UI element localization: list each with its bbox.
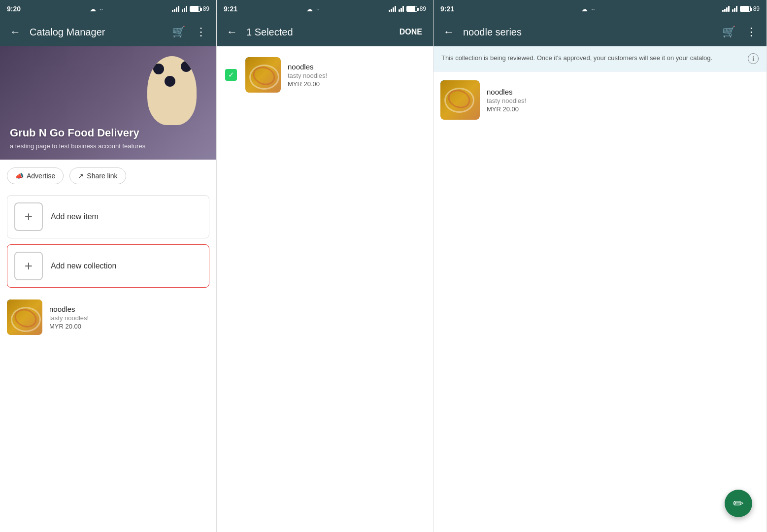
status-icons-1: 89: [172, 5, 209, 12]
battery-pct-3: 89: [753, 5, 760, 12]
product-row-1[interactable]: ⏰ noodles tasty noodles! MYR 20.00: [0, 293, 216, 342]
noodle-image-2: [245, 57, 281, 93]
checkbox-1[interactable]: ✓: [224, 67, 238, 82]
flower-2: [181, 61, 192, 72]
back-button-3[interactable]: ←: [440, 24, 457, 40]
edit-icon: ✏: [733, 496, 744, 511]
panel-catalog-manager: 9:20 ☁ ·· 89 ← Catalog Manager 🛒 ⋮: [0, 0, 217, 532]
selection-title: 1 Selected: [246, 27, 390, 38]
wifi-icon-1: [182, 6, 187, 12]
cart-button-3[interactable]: 🛒: [720, 24, 737, 40]
product-info-2: noodles tasty noodles! MYR 20.00: [288, 63, 327, 88]
product-desc-3: tasty noodles!: [487, 97, 526, 104]
app-bar-3: ← noodle series 🛒 ⋮: [434, 18, 767, 46]
status-bar-3: 9:21 ☁ ·· 89: [434, 0, 767, 18]
status-cloud-3: ☁ ··: [581, 5, 595, 13]
status-bar-1: 9:20 ☁ ·· 89: [0, 0, 216, 18]
done-button[interactable]: DONE: [396, 26, 426, 38]
add-collection-label: Add new collection: [51, 262, 116, 270]
product-price-2: MYR 20.00: [288, 80, 327, 88]
hero-subtitle: a testing page to test business account …: [10, 142, 206, 150]
hero-face: [147, 56, 197, 125]
product-desc-1: tasty noodles!: [49, 314, 89, 322]
advertise-label: Advertise: [27, 172, 55, 180]
add-item-card[interactable]: + Add new item: [7, 195, 209, 238]
signal-icon-3: [722, 6, 730, 12]
panel-noodle-series: 9:21 ☁ ·· 89 ← noodle series 🛒 ⋮: [434, 0, 767, 532]
product-thumbnail-3: ⏰: [440, 80, 480, 120]
add-item-label: Add new item: [51, 212, 99, 221]
product-name-2: noodles: [288, 63, 327, 71]
status-time-3: 9:21: [440, 5, 454, 13]
add-collection-card[interactable]: + Add new collection: [7, 244, 209, 288]
product-thumbnail-2: ⏰: [245, 57, 281, 93]
product-price-3: MYR 20.00: [487, 105, 526, 113]
status-icons-2: 89: [389, 5, 426, 12]
checkbox-checked-icon: ✓: [225, 69, 237, 81]
product-info-1: noodles tasty noodles! MYR 20.00: [49, 305, 89, 330]
battery-icon-3: [740, 6, 751, 12]
product-row-3[interactable]: ⏰ noodles tasty noodles! MYR 20.00: [434, 73, 767, 127]
add-collection-icon: +: [14, 252, 43, 280]
status-time-2: 9:21: [224, 5, 237, 13]
advertise-button[interactable]: 📣 Advertise: [7, 167, 64, 184]
cart-button-1[interactable]: 🛒: [170, 24, 187, 40]
flower-1: [153, 64, 164, 74]
battery-icon-1: [190, 6, 200, 12]
selection-item-1[interactable]: ✓ ⏰ noodles tasty noodles! MYR 20.00: [217, 50, 433, 100]
review-banner: This collection is being reviewed. Once …: [434, 46, 767, 71]
back-button-2[interactable]: ←: [224, 24, 240, 40]
share-link-button[interactable]: ↗ Share link: [69, 167, 126, 184]
review-text: This collection is being reviewed. Once …: [441, 53, 743, 63]
share-icon: ↗: [78, 172, 84, 180]
selection-list: ✓ ⏰ noodles tasty noodles! MYR 20.00: [217, 46, 433, 103]
more-button-3[interactable]: ⋮: [743, 24, 760, 40]
product-name-1: noodles: [49, 305, 89, 313]
edit-fab[interactable]: ✏: [725, 490, 752, 517]
product-name-3: noodles: [487, 88, 526, 96]
hero-banner: Grub N Go Food Delivery a testing page t…: [0, 46, 216, 160]
status-cloud-1: ☁ ··: [90, 5, 103, 13]
status-bar-2: 9:21 ☁ ·· 89: [217, 0, 433, 18]
info-icon[interactable]: ℹ: [748, 53, 759, 64]
panel-selection: 9:21 ☁ ·· 89 ← 1 Selected DONE: [217, 0, 434, 532]
add-item-icon: +: [14, 202, 43, 231]
status-cloud-2: ☁ ··: [306, 5, 320, 13]
status-time-1: 9:20: [7, 5, 21, 13]
hero-artwork: [147, 56, 201, 135]
page-title-1: Catalog Manager: [30, 27, 164, 38]
signal-icon-1: [172, 6, 179, 12]
product-price-1: MYR 20.00: [49, 323, 89, 330]
signal-icon-2: [389, 6, 396, 12]
battery-pct-1: 89: [203, 5, 209, 12]
battery-pct-2: 89: [420, 5, 426, 12]
app-bar-2: ← 1 Selected DONE: [217, 18, 433, 46]
product-desc-2: tasty noodles!: [288, 72, 327, 79]
flower-3: [165, 76, 175, 87]
noodle-image-3: [440, 80, 480, 120]
wifi-icon-3: [732, 6, 737, 12]
wifi-icon-2: [399, 6, 404, 12]
status-icons-3: 89: [722, 5, 760, 12]
more-button-1[interactable]: ⋮: [193, 24, 209, 40]
advertise-icon: 📣: [15, 172, 24, 180]
collection-title: noodle series: [463, 27, 714, 38]
product-info-3: noodles tasty noodles! MYR 20.00: [487, 88, 526, 113]
app-bar-1: ← Catalog Manager 🛒 ⋮: [0, 18, 216, 46]
noodle-image-1: [7, 299, 42, 335]
battery-icon-2: [406, 6, 417, 12]
share-label: Share link: [87, 172, 117, 180]
back-button-1[interactable]: ←: [7, 24, 24, 40]
action-buttons: 📣 Advertise ↗ Share link: [0, 160, 216, 192]
product-thumbnail-1: ⏰: [7, 299, 42, 335]
